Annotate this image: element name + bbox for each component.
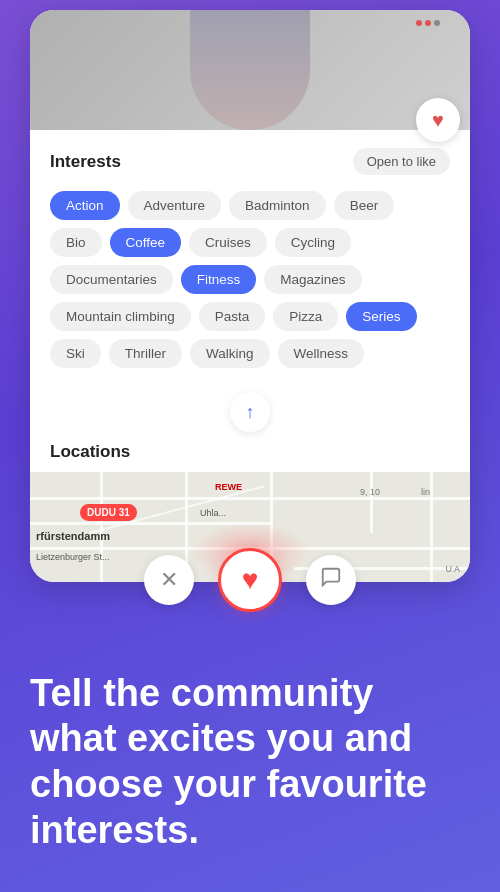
action-bar: ✕ ♥ xyxy=(0,548,500,612)
tag-pizza[interactable]: Pizza xyxy=(273,302,338,331)
profile-image xyxy=(30,10,470,130)
heart-icon: ♥ xyxy=(432,109,444,132)
tag-beer[interactable]: Beer xyxy=(334,191,395,220)
tag-walking[interactable]: Walking xyxy=(190,339,270,368)
message-icon xyxy=(320,566,342,594)
tag-coffee[interactable]: Coffee xyxy=(110,228,182,257)
tag-mountain-climbing[interactable]: Mountain climbing xyxy=(50,302,191,331)
profile-card: ♥ Interests Open to like ActionAdventure… xyxy=(30,10,470,582)
heart-action-button[interactable]: ♥ xyxy=(218,548,282,612)
tag-series[interactable]: Series xyxy=(346,302,416,331)
map-num-2: lin xyxy=(421,487,430,497)
tag-adventure[interactable]: Adventure xyxy=(128,191,222,220)
tag-bio[interactable]: Bio xyxy=(50,228,102,257)
scroll-up-area: ↑ xyxy=(30,382,470,438)
interests-section: Interests Open to like ActionAdventureBa… xyxy=(30,130,470,382)
open-to-like-button[interactable]: Open to like xyxy=(353,148,450,175)
tag-pasta[interactable]: Pasta xyxy=(199,302,266,331)
message-button[interactable] xyxy=(306,555,356,605)
tags-container: ActionAdventureBadmintonBeerBioCoffeeCru… xyxy=(50,191,450,368)
street-label-uhla: Uhla... xyxy=(200,508,226,518)
tag-ski[interactable]: Ski xyxy=(50,339,101,368)
interests-header: Interests Open to like xyxy=(50,148,450,175)
like-button[interactable]: ♥ xyxy=(416,98,460,142)
bottom-text-section: Tell the community what excites you and … xyxy=(0,622,500,892)
locations-title: Locations xyxy=(30,438,470,472)
close-button[interactable]: ✕ xyxy=(144,555,194,605)
map-rewe-label: REWE xyxy=(215,482,242,492)
tag-documentaries[interactable]: Documentaries xyxy=(50,265,173,294)
scroll-up-button[interactable]: ↑ xyxy=(230,392,270,432)
tag-badminton[interactable]: Badminton xyxy=(229,191,326,220)
tag-cruises[interactable]: Cruises xyxy=(189,228,267,257)
tag-thriller[interactable]: Thriller xyxy=(109,339,182,368)
heart-action-icon: ♥ xyxy=(242,564,259,596)
tag-wellness[interactable]: Wellness xyxy=(278,339,365,368)
tag-magazines[interactable]: Magazines xyxy=(264,265,361,294)
tag-fitness[interactable]: Fitness xyxy=(181,265,257,294)
bottom-heading: Tell the community what excites you and … xyxy=(30,671,470,853)
map-pin-dudu: DUDU 31 xyxy=(80,504,137,521)
street-label-furstendamm: rfürstendamm xyxy=(36,530,110,542)
tag-action[interactable]: Action xyxy=(50,191,120,220)
interests-title: Interests xyxy=(50,152,121,172)
tag-cycling[interactable]: Cycling xyxy=(275,228,351,257)
map-num-1: 9, 10 xyxy=(360,487,380,497)
close-icon: ✕ xyxy=(160,567,178,593)
